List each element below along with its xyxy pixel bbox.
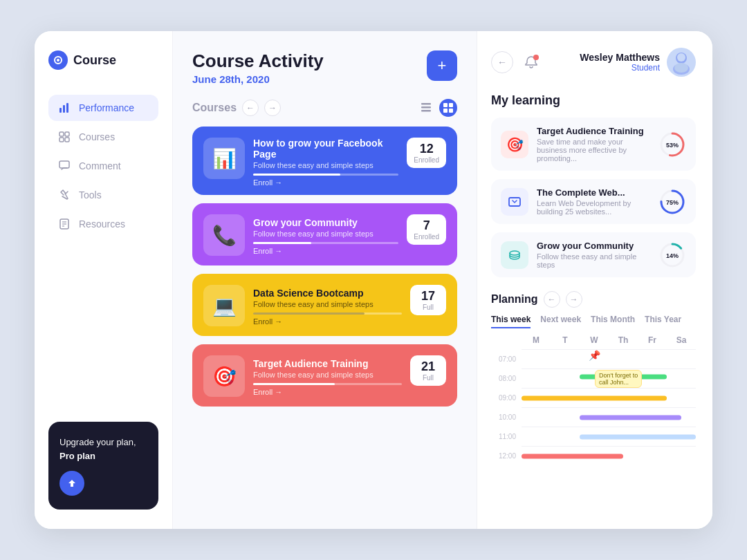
cal-cell-M-10 <box>522 407 551 427</box>
main-header: Course Activity June 28th, 2020 + <box>192 50 457 85</box>
course-count-label-3: Full <box>423 374 434 382</box>
upgrade-button[interactable] <box>59 471 84 496</box>
tab-this-year[interactable]: This Year <box>645 315 681 328</box>
learning-icon-1 <box>501 188 528 216</box>
upgrade-text: Upgrade your plan, Pro plan <box>59 436 136 463</box>
course-info-2: Data Science Bootcamp Follow these easy … <box>253 285 402 328</box>
course-count-0: 12 <box>420 142 434 156</box>
cal-cell-Sa-09 <box>667 388 696 407</box>
cal-time-07: 07:00 <box>491 349 522 368</box>
course-title-1: Grow your Community <box>253 217 398 228</box>
planning-next-button[interactable]: → <box>566 291 582 308</box>
cal-head-Th: Th <box>609 335 638 349</box>
course-progress-bar-0 <box>253 174 340 176</box>
course-card-0[interactable]: 📊 How to grow your Facebook Page Follow … <box>192 127 457 195</box>
learning-item-2[interactable]: Grow your Community Follow these easy an… <box>491 232 696 277</box>
logo-icon <box>48 50 68 70</box>
courses-prev-button[interactable]: ← <box>242 100 259 116</box>
sidebar-item-performance[interactable]: Performance <box>48 95 158 121</box>
course-progress-0 <box>253 174 398 176</box>
svg-point-32 <box>510 251 519 255</box>
pin-icon: 📌 <box>589 350 600 361</box>
nav-label-performance: Performance <box>79 102 134 113</box>
planning-prev-button[interactable]: ← <box>544 291 560 308</box>
cal-cell-W-10 <box>580 407 609 427</box>
sidebar-item-comment[interactable]: Comment <box>48 153 158 179</box>
tab-this-month[interactable]: This Month <box>591 315 635 328</box>
courses-next-button[interactable]: → <box>264 100 281 116</box>
course-card-2[interactable]: 💻 Data Science Bootcamp Follow these eas… <box>192 274 457 336</box>
course-title-0: How to grow your Facebook Page <box>253 138 398 160</box>
cal-time-10: 10:00 <box>491 407 522 427</box>
grid-view-button[interactable] <box>439 99 457 117</box>
cal-head-M: M <box>522 335 551 349</box>
cal-cell-Sa-12 <box>667 446 696 465</box>
planning-tabs: This week Next week This Month This Year <box>491 315 696 328</box>
svg-rect-16 <box>421 110 431 112</box>
svg-rect-3 <box>63 105 65 113</box>
sidebar-item-courses[interactable]: Courses <box>48 124 158 150</box>
svg-rect-14 <box>421 103 431 105</box>
cal-cell-M-11 <box>522 427 551 446</box>
svg-rect-20 <box>449 109 453 113</box>
progress-ring-0: 53% <box>658 131 686 158</box>
right-panel: ← Wesley Matthews Student My learning <box>477 31 712 529</box>
cal-cell-T-11 <box>551 427 580 446</box>
course-info-3: Target Audience Training Follow these ea… <box>253 355 402 398</box>
course-image-1: 📞 <box>203 214 245 256</box>
calendar-grid: M T W Th Fr Sa 07:00 📌 08:00 <box>491 335 696 465</box>
list-view-button[interactable] <box>417 99 435 117</box>
user-profile: Wesley Matthews Student <box>580 48 696 77</box>
tab-next-week[interactable]: Next week <box>540 315 581 328</box>
course-count-box-0: 12 Enrolled <box>407 138 446 168</box>
avatar <box>667 48 696 77</box>
learning-desc-2: Follow these easy and simple steps <box>537 252 650 269</box>
add-button[interactable]: + <box>427 50 457 81</box>
cal-cell-Sa-07 <box>667 349 696 368</box>
learning-name-1: The Complete Web... <box>537 187 650 198</box>
courses-header: Courses ← → <box>192 99 457 117</box>
sidebar-item-tools[interactable]: Tools <box>48 182 158 208</box>
learning-desc-1: Learn Web Development by building 25 web… <box>537 199 650 216</box>
course-desc-3: Follow these easy and simple steps <box>253 371 402 379</box>
course-image-2: 💻 <box>203 285 245 326</box>
cal-cell-Th-10 <box>609 407 638 427</box>
course-count-box-1: 7 Enrolled <box>407 214 446 245</box>
tab-this-week[interactable]: This week <box>491 315 531 328</box>
learning-info-1: The Complete Web... Learn Web Developmen… <box>537 187 650 216</box>
cal-cell-Sa-11 <box>667 427 696 446</box>
cal-time-08: 08:00 <box>491 368 522 388</box>
sidebar: Course Performance Courses Comment <box>35 31 173 529</box>
nav-label-courses: Courses <box>79 131 115 142</box>
learning-icon-0: 🎯 <box>501 131 528 158</box>
cal-cell-Sa-08 <box>667 368 696 388</box>
course-progress-bar-2 <box>253 312 365 315</box>
learning-item-0[interactable]: 🎯 Target Audience Training Save time and… <box>491 118 696 171</box>
app-container: Course Performance Courses Comment <box>35 31 712 529</box>
user-role: Student <box>580 63 660 73</box>
my-learning-title: My learning <box>491 93 696 108</box>
notification-button[interactable] <box>520 51 542 73</box>
course-card-3[interactable]: 🎯 Target Audience Training Follow these … <box>192 344 457 407</box>
topbar: ← Wesley Matthews Student <box>491 48 696 77</box>
course-count-label-2: Full <box>423 304 434 311</box>
svg-text:14%: 14% <box>666 252 679 259</box>
back-button[interactable]: ← <box>491 51 513 73</box>
course-card-1[interactable]: 📞 Grow your Community Follow these easy … <box>192 203 457 265</box>
title-block: Course Activity June 28th, 2020 <box>192 50 324 85</box>
svg-rect-8 <box>65 138 69 142</box>
sidebar-item-resources[interactable]: Resources <box>48 211 158 237</box>
svg-point-24 <box>674 63 688 73</box>
cal-time-11: 11:00 <box>491 427 522 446</box>
nav-label-comment: Comment <box>79 160 121 171</box>
cal-cell-M-08 <box>522 368 551 388</box>
course-progress-bar-1 <box>253 242 311 244</box>
cal-cell-Fr-12 <box>638 446 667 465</box>
planning-title: Planning <box>491 293 538 306</box>
learning-item-1[interactable]: The Complete Web... Learn Web Developmen… <box>491 179 696 224</box>
learning-name-2: Grow your Community <box>537 241 650 251</box>
cal-cell-T-12 <box>551 446 580 465</box>
nav-label-tools: Tools <box>79 189 102 200</box>
cal-time-12: 12:00 <box>491 446 522 465</box>
course-count-3: 21 <box>421 360 435 374</box>
